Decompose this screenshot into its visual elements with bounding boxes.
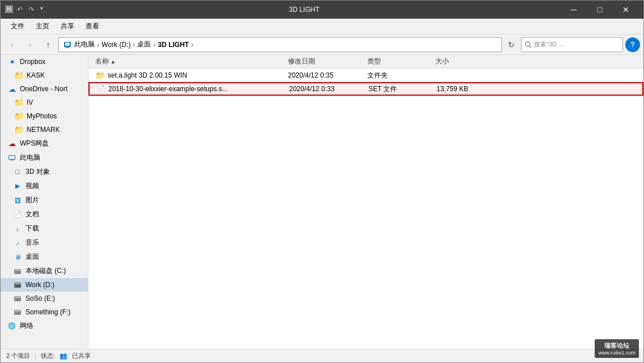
table-row[interactable]: 📄 2018-10-30-elixxier-example-setups.s..…: [88, 82, 643, 96]
breadcrumb-desktop[interactable]: 桌面: [137, 40, 151, 49]
svg-rect-12: [10, 160, 14, 161]
breadcrumb-computer[interactable]: 此电脑: [63, 40, 95, 49]
col-header-name[interactable]: 名称 ▲: [91, 57, 283, 66]
svg-rect-20: [15, 297, 20, 298]
redo-title-icon[interactable]: ↷: [27, 5, 36, 14]
menu-view[interactable]: 查看: [80, 19, 105, 33]
sidebar-item-wps[interactable]: ☁ WPS网盘: [1, 136, 88, 151]
file-name-1: 📄 2018-10-30-elixxier-example-setups.s..…: [92, 85, 285, 93]
sidebar-item-music[interactable]: ♪ 音乐: [1, 236, 88, 250]
sidebar-label-computer: 此电脑: [20, 153, 40, 163]
item-count: 2 个项目: [6, 352, 30, 360]
sidebar-item-netmark[interactable]: 📁 NETMARK: [1, 123, 88, 136]
title-dropdown-icon[interactable]: ▾: [40, 5, 43, 14]
svg-rect-11: [10, 160, 14, 160]
downloads-icon: ↓: [13, 224, 22, 233]
sidebar-item-onedrive[interactable]: ☁ OneDrive - Nort: [1, 82, 88, 96]
sidebar-label-onedrive: OneDrive - Nort: [20, 85, 67, 93]
search-box[interactable]: 搜索"3D ...: [521, 37, 623, 52]
sidebar-item-network[interactable]: 🌐 网络: [1, 319, 88, 333]
sidebar-label-drive-f: Something (F:): [26, 308, 70, 316]
network-icon: 🌐: [7, 322, 16, 331]
sidebar: ✦ Dropbox 📁 KASK ☁ OneDrive - Nort 📁 IV: [1, 55, 88, 349]
file-icon-row1: 📄: [96, 85, 105, 93]
sidebar-label-myphotos: MyPhotos: [27, 112, 57, 120]
sidebar-item-dropbox[interactable]: ✦ Dropbox: [1, 55, 88, 69]
undo-title-icon[interactable]: ↶: [15, 5, 24, 14]
file-size-1: 13,759 KB: [432, 85, 489, 93]
column-headers: 名称 ▲ 修改日期 类型 大小: [88, 55, 643, 69]
minimize-button[interactable]: ─: [561, 1, 587, 19]
col-header-type[interactable]: 类型: [363, 57, 431, 66]
col-header-date[interactable]: 修改日期: [283, 57, 363, 66]
sidebar-label-music: 音乐: [26, 238, 39, 247]
file-name-0: 📁 set.a.light 3D 2.00.15 WIN: [91, 71, 283, 80]
quick-access-icons: ↶ ↷ ▾: [5, 5, 43, 14]
svg-rect-2: [8, 7, 10, 8]
sidebar-label-iv: IV: [27, 99, 33, 106]
address-bar[interactable]: 此电脑 › Work (D:) › 桌面 › 3D LIGHT ›: [58, 37, 502, 52]
menu-share[interactable]: 共享: [55, 19, 80, 33]
status-bar: 2 个项目 | 状态: 👥 已共享: [1, 349, 643, 362]
file-date-1: 2020/4/12 0:33: [285, 85, 364, 93]
content-area: 名称 ▲ 修改日期 类型 大小 📁 set.a.light 3D 2.00.15…: [88, 55, 643, 349]
save-title-icon[interactable]: [5, 5, 13, 13]
computer-icon: [7, 153, 16, 163]
sidebar-label-docs: 文档: [26, 210, 39, 219]
sidebar-item-drive-c[interactable]: 本地磁盘 (C:): [1, 264, 88, 278]
sidebar-label-downloads: 下载: [26, 224, 39, 233]
menu-bar: 文件 主页 共享 查看: [1, 19, 643, 35]
sidebar-label-video: 视频: [26, 181, 39, 191]
drive-d-icon: [13, 280, 22, 289]
sidebar-item-iv[interactable]: 📁 IV: [1, 96, 88, 109]
sidebar-label-netmark: NETMARK: [27, 126, 60, 134]
svg-rect-23: [15, 310, 20, 311]
nav-back-button[interactable]: ‹: [4, 37, 20, 52]
sidebar-label-drive-c: 本地磁盘 (C:): [26, 266, 66, 276]
window-title: 3D LIGHT: [48, 6, 561, 14]
sidebar-item-docs[interactable]: 📄 文档: [1, 207, 88, 221]
nav-up-button[interactable]: ↑: [40, 37, 56, 52]
share-label: 已共享: [72, 352, 91, 360]
sidebar-item-myphotos[interactable]: 📁 MyPhotos: [1, 109, 88, 123]
folder-icon-iv: 📁: [14, 98, 23, 107]
sidebar-item-desktop[interactable]: 🖥 桌面: [1, 250, 88, 264]
svg-rect-10: [9, 156, 15, 159]
breadcrumb-folder[interactable]: 3D LIGHT: [158, 41, 189, 49]
sidebar-label-kask: KASK: [27, 71, 45, 79]
sidebar-label-3d: 3D 对象: [26, 167, 50, 177]
file-type-0: 文件夹: [363, 71, 431, 80]
sidebar-item-drive-e[interactable]: SoSo (E:): [1, 292, 88, 305]
status-label: 状态:: [41, 352, 55, 360]
sidebar-label-network: 网络: [20, 321, 33, 331]
breadcrumb-drive[interactable]: Work (D:): [101, 41, 130, 49]
search-placeholder: 搜索"3D ...: [534, 40, 564, 49]
nav-forward-button[interactable]: ›: [22, 37, 38, 52]
sidebar-item-computer[interactable]: 此电脑: [1, 151, 88, 165]
sidebar-item-drive-f[interactable]: Something (F:): [1, 305, 88, 319]
close-button[interactable]: ✕: [613, 1, 639, 19]
table-row[interactable]: 📁 set.a.light 3D 2.00.15 WIN 2020/4/12 0…: [88, 69, 643, 82]
maximize-button[interactable]: □: [587, 1, 613, 19]
drive-e-icon: [13, 294, 22, 303]
share-icon: 👥: [60, 352, 67, 360]
col-header-size[interactable]: 大小: [431, 57, 488, 66]
help-button[interactable]: ?: [625, 37, 640, 52]
sidebar-item-drive-d[interactable]: Work (D:): [1, 278, 88, 292]
svg-point-24: [15, 313, 16, 314]
refresh-button[interactable]: ↻: [504, 37, 519, 52]
sidebar-item-video[interactable]: ▶ 视频: [1, 179, 88, 193]
svg-point-7: [526, 42, 530, 46]
menu-home[interactable]: 主页: [30, 19, 55, 33]
folder-icon-netmark: 📁: [14, 125, 23, 134]
sidebar-item-3d[interactable]: ⬡ 3D 对象: [1, 165, 88, 179]
pictures-icon: 🖼: [13, 196, 22, 205]
wps-icon: ☁: [7, 139, 16, 148]
svg-line-8: [529, 46, 531, 48]
menu-file[interactable]: 文件: [5, 19, 30, 33]
file-date-0: 2020/4/12 0:35: [283, 71, 363, 79]
sidebar-item-kask[interactable]: 📁 KASK: [1, 69, 88, 82]
sidebar-item-downloads[interactable]: ↓ 下载: [1, 221, 88, 236]
sidebar-item-pictures[interactable]: 🖼 图片: [1, 193, 88, 207]
sidebar-label-drive-d: Work (D:): [26, 281, 54, 289]
